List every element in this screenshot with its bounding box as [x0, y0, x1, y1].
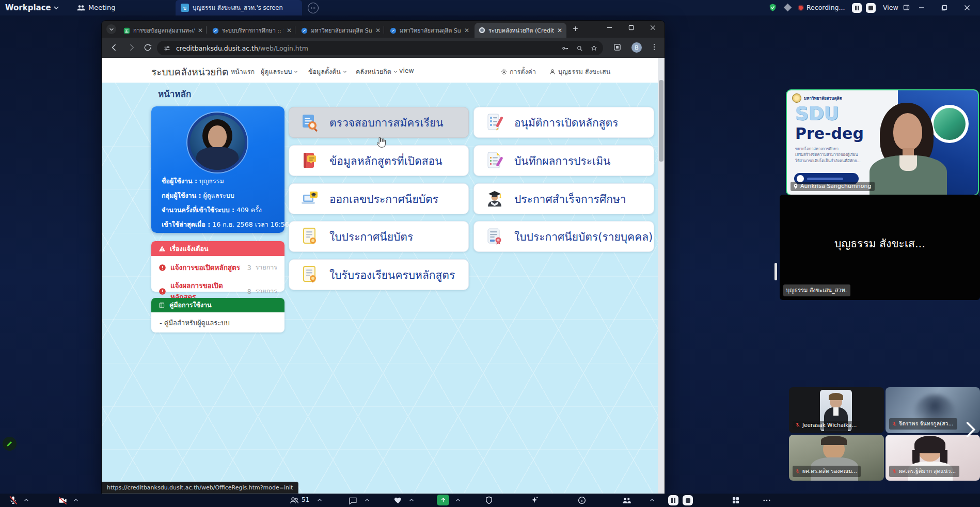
- menu-item-record-evaluation[interactable]: บันทึกผลการประเมิน: [473, 145, 654, 176]
- banner-org: มหาวิทยาลัยสวนดุสิต: [804, 95, 842, 102]
- site-info-icon[interactable]: [163, 44, 171, 52]
- tab-close-icon[interactable]: ✕: [375, 27, 381, 34]
- workspace-chevron-icon[interactable]: [53, 5, 59, 10]
- recording-pause-button[interactable]: [852, 3, 862, 13]
- browser-tab[interactable]: การขอข้อมูลกลุ่มงานทะเบียน✕: [119, 23, 207, 38]
- workspace-label[interactable]: Workplace: [5, 0, 51, 15]
- video-tile-presenter[interactable]: บุญธรรม สังขะเส... บุญธรรม สังขะเสน_สวท.: [780, 195, 980, 300]
- panel-resize-handle[interactable]: [774, 263, 777, 280]
- browser-menu-icon[interactable]: [650, 43, 658, 51]
- gear-icon: [500, 68, 508, 75]
- reactions-caret-icon[interactable]: [409, 498, 414, 502]
- browser-profile-avatar[interactable]: B: [631, 42, 642, 53]
- bookmark-star-icon[interactable]: [590, 44, 598, 52]
- share-screen-button[interactable]: [437, 495, 449, 505]
- user-menu[interactable]: บุญธรรม สังขะเสน: [549, 67, 610, 77]
- breakout-caret-icon[interactable]: [650, 498, 655, 502]
- video-tile-participant[interactable]: Jeerasak Wichaika...: [789, 387, 884, 433]
- share-caret-icon[interactable]: [455, 498, 461, 502]
- view-layout-icon[interactable]: [903, 4, 910, 11]
- info-icon[interactable]: [577, 496, 587, 505]
- menu-item-graduation-announcement[interactable]: ประกาศสำเร็จการศึกษา: [473, 183, 654, 214]
- nav-item-admin[interactable]: ผู้ดูแลระบบ: [261, 67, 298, 77]
- menu-item-label: บันทึกผลการประเมิน: [514, 152, 610, 169]
- nav-item-creditbank[interactable]: คลังหน่วยกิต: [356, 67, 398, 77]
- menu-item-issue-cert-number[interactable]: ออกเลขประกาศนียบัตร: [289, 183, 469, 214]
- annotation-pencil-button[interactable]: [3, 437, 17, 451]
- browser-tab-active[interactable]: ระบบคลังหน่วยกิต (Credit B✕: [475, 23, 566, 38]
- video-tile-main-speaker[interactable]: มหาวิทยาลัยสวนดุสิต SDU Pre-deg ขยายโอกา…: [786, 89, 979, 196]
- maximize-button[interactable]: [936, 0, 953, 15]
- tab-options-icon[interactable]: [308, 3, 319, 13]
- security-icon[interactable]: [484, 496, 494, 505]
- menu-item-completion-cert[interactable]: ใบรับรองเรียนครบหลักสูตร: [289, 259, 469, 290]
- tab-close-icon[interactable]: ✕: [464, 27, 469, 34]
- tab-close-icon[interactable]: ✕: [198, 27, 203, 34]
- search-lens-icon[interactable]: [576, 44, 583, 52]
- settings-menu[interactable]: การตั้งค่า: [500, 67, 536, 77]
- menu-item-certificate[interactable]: ใบประกาศนียบัตร: [289, 221, 469, 252]
- site-brand[interactable]: ระบบคลังหน่วยกิต: [151, 64, 228, 80]
- new-tab-icon[interactable]: [572, 25, 579, 33]
- breakout-rooms-icon[interactable]: [622, 495, 632, 505]
- tab-search-icon[interactable]: [106, 24, 116, 34]
- nav-item-home[interactable]: หน้าแรก: [231, 67, 255, 77]
- browser-minimize-button[interactable]: [600, 21, 618, 34]
- minimize-button[interactable]: [913, 0, 930, 15]
- pencil-icon: [6, 440, 13, 448]
- scrollbar-thumb[interactable]: [659, 80, 663, 162]
- back-icon[interactable]: [109, 42, 119, 53]
- view-label[interactable]: View: [883, 0, 898, 15]
- forward-icon[interactable]: [127, 42, 137, 53]
- avatar-face: [208, 125, 227, 148]
- browser-tab[interactable]: มหาวิทยาลัยสวนดุสิต Suan✕: [297, 23, 385, 38]
- reactions-heart-icon[interactable]: [393, 496, 403, 505]
- diamond-icon[interactable]: [784, 4, 792, 12]
- menu-item-check-enrollment[interactable]: ตรวจสอบการสมัครเรียน: [289, 107, 469, 138]
- video-tile-participant[interactable]: ผศ.ดร.ดสิต รองคณบ...: [789, 435, 884, 481]
- browser-maximize-button[interactable]: [622, 21, 640, 34]
- tab-divider: [206, 26, 207, 34]
- address-bar[interactable]: creditbanksdu.dusit.ac.th /web/Login.htm: [157, 41, 603, 55]
- tab-groups-icon[interactable]: [613, 43, 622, 52]
- nav-item-view[interactable]: view: [399, 67, 414, 74]
- camera-off-icon[interactable]: [58, 496, 68, 505]
- close-button[interactable]: [958, 0, 976, 15]
- next-participants-chevron[interactable]: [963, 419, 977, 440]
- ai-s parkle-icon[interactable]: [530, 496, 539, 505]
- meeting-window: Workplace Meeting บ บุญธรรม สังขะเสน_สวท…: [0, 0, 980, 507]
- participant-name-chip: จิตราพร จันทรกูล(สว...: [889, 418, 957, 430]
- browser-close-button[interactable]: [644, 21, 661, 34]
- more-options-icon[interactable]: [762, 496, 771, 505]
- manual-link[interactable]: - คู่มือสำหรับผู้ดูแลระบบ: [151, 312, 284, 328]
- security-shield-icon[interactable]: [768, 3, 777, 12]
- speaker-silhouette: [864, 100, 952, 195]
- mic-options-caret-icon[interactable]: [24, 498, 29, 502]
- reload-icon[interactable]: [143, 43, 152, 52]
- camera-options-caret-icon[interactable]: [73, 498, 78, 502]
- pause-recording-button[interactable]: [668, 495, 678, 505]
- recording-stop-button[interactable]: [866, 3, 876, 13]
- menu-item-individual-certificate[interactable]: ใบประกาศนียบัตร(รายบุคคล): [473, 221, 654, 252]
- stop-recording-button[interactable]: [683, 495, 693, 505]
- video-tile-participant[interactable]: ผศ.ดร.ฐิติมาก สุดแน่ว...: [886, 435, 980, 481]
- password-key-icon[interactable]: [561, 44, 569, 52]
- apps-grid-icon[interactable]: [731, 496, 740, 505]
- browser-tab[interactable]: มหาวิทยาลัยสวนดุสิต Suan✕: [386, 23, 473, 38]
- menu-item-approve-course[interactable]: อนุมัติการเปิดหลักสูตร: [473, 107, 654, 138]
- alert-item[interactable]: แจ้งการขอเปิดหลักสูตร 3 รายการ: [159, 262, 277, 273]
- participants-icon[interactable]: [289, 495, 299, 505]
- browser-tab[interactable]: ระบบบริหารการศึกษา :: Sua✕: [208, 23, 296, 38]
- nav-item-basedata[interactable]: ข้อมูลตั้งต้น: [308, 67, 347, 77]
- menu-item-open-courses[interactable]: ข้อมูลหลักสูตรที่เปิดสอน: [289, 145, 469, 176]
- participants-caret-icon[interactable]: [317, 498, 322, 502]
- tab-close-icon[interactable]: ✕: [287, 27, 292, 34]
- scrollbar[interactable]: [658, 58, 665, 494]
- chat-icon[interactable]: [348, 496, 358, 505]
- mic-muted-icon[interactable]: [8, 495, 18, 505]
- meeting-tab-label[interactable]: Meeting: [88, 0, 115, 15]
- screen-share-tab[interactable]: บ บุญธรรม สังขะเสน_สวท.'s screen: [176, 0, 302, 15]
- chat-caret-icon[interactable]: [365, 498, 370, 502]
- tab-close-icon[interactable]: ✕: [557, 27, 562, 34]
- participant-hair: [821, 436, 847, 445]
